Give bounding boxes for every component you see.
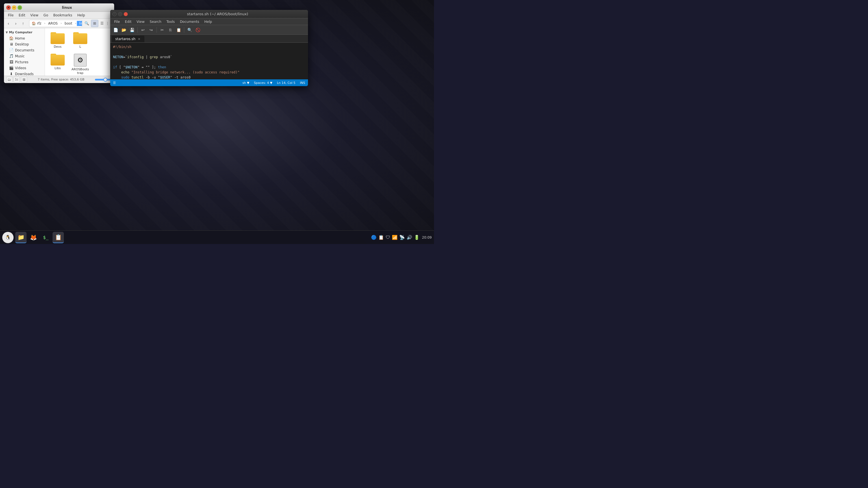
editor-copy-button[interactable]: ⎘: [167, 26, 174, 34]
fm-minimize-button[interactable]: −: [12, 5, 17, 10]
fm-path-aros[interactable]: AROS: [46, 21, 60, 26]
sidebar-item-desktop[interactable]: 🖥 Desktop: [4, 41, 44, 47]
editor-minimize-button[interactable]: −: [113, 12, 116, 16]
network-signal-icon[interactable]: 📶: [392, 235, 398, 240]
fm-menu-go[interactable]: Go: [41, 13, 51, 18]
editor-menu-view[interactable]: View: [134, 19, 147, 24]
editor-menu-documents[interactable]: Documents: [178, 19, 202, 24]
fm-menu-bookmarks[interactable]: Bookmarks: [51, 13, 74, 18]
editor-spaces-selector[interactable]: Spaces: 4 ▼: [254, 81, 272, 85]
editor-undo-button[interactable]: ↩: [139, 26, 147, 34]
file-item-arosbootstrap[interactable]: ⚙ AROSBootstrap: [70, 53, 90, 76]
editor-save-button[interactable]: 💾: [128, 26, 135, 34]
editor-menu-tools[interactable]: Tools: [164, 19, 177, 24]
editor-tab-startaros[interactable]: startaros.sh ✕: [112, 36, 144, 42]
fm-menu-file[interactable]: File: [6, 13, 16, 18]
fm-list-view-button[interactable]: ☰: [98, 20, 106, 27]
fm-back-button[interactable]: ‹: [5, 20, 12, 27]
folder-icon-devs: [51, 32, 65, 44]
sidebar-mycomputer-label: My Computer: [9, 31, 32, 34]
taskbar-right: 🔵 📋 🛡 📶 📡 🔊 🔋 20:09: [371, 235, 432, 240]
editor-paste-button[interactable]: 📋: [175, 26, 182, 34]
spaces-dropdown-icon: ▼: [270, 81, 272, 85]
filemanager-taskbar-icon: 📁: [18, 234, 25, 240]
start-menu-button[interactable]: 🐧: [2, 232, 13, 243]
editor-find-button[interactable]: 🔍: [186, 26, 193, 34]
fm-path-bar: 🏠 rfz › AROS › boot › linux ›: [29, 20, 83, 27]
editor-menu-edit[interactable]: Edit: [123, 19, 134, 24]
sidebar-item-videos[interactable]: 🎬 Videos: [4, 65, 44, 71]
fm-search-button[interactable]: 🔍: [84, 20, 89, 27]
taskbar-app-terminal[interactable]: $_: [40, 232, 52, 243]
file-manager-window: ✕ − □ linux File Edit View Go Bookmarks …: [4, 3, 114, 83]
folder-icon-l: [73, 32, 87, 44]
zoom-thumb[interactable]: [103, 78, 107, 82]
battery-icon[interactable]: 🔋: [414, 235, 420, 240]
code-line-2: [113, 50, 305, 55]
sidebar-item-documents[interactable]: 📄 Documents: [4, 47, 44, 53]
fm-maximize-button[interactable]: □: [18, 5, 22, 10]
fm-body: ▼ My Computer 🏠 Home 🖥 Desktop 📄 Documen…: [4, 28, 114, 76]
file-item-devs[interactable]: Devs: [48, 31, 67, 50]
sidebar-section-mycomputer[interactable]: ▼ My Computer: [4, 29, 44, 35]
wifi-icon[interactable]: 📡: [399, 235, 405, 240]
editor-toolbar: 📄 📂 💾 ↩ ↪ ✂ ⎘ 📋 🔍 🚫: [110, 25, 308, 35]
fm-icon-view-button[interactable]: ⊞: [91, 20, 98, 27]
path-separator-2: ›: [60, 22, 62, 25]
fm-menu-edit[interactable]: Edit: [17, 13, 27, 18]
status-folder-icon[interactable]: 🗂: [6, 76, 12, 83]
fm-menu-view[interactable]: View: [28, 13, 40, 18]
editor-menu-file[interactable]: File: [112, 19, 122, 24]
file-item-libs[interactable]: Libs: [48, 53, 67, 76]
editor-window: − □ startaros.sh (~/ AROS/boot/linux) Fi…: [110, 10, 308, 86]
clipboard-icon[interactable]: 📋: [378, 235, 384, 240]
editor-code-area[interactable]: #!/bin/sh NETON=`ifconfig | grep aros0` …: [110, 43, 308, 79]
editor-redo-button[interactable]: ↪: [148, 26, 155, 34]
editor-clear-button[interactable]: 🚫: [194, 26, 202, 34]
fm-sidebar: ▼ My Computer 🏠 Home 🖥 Desktop 📄 Documen…: [4, 28, 45, 76]
zoom-track[interactable]: [95, 79, 112, 80]
fm-view-buttons: ⊞ ☰ ⋮⋮: [91, 20, 113, 27]
fm-forward-button[interactable]: ›: [12, 20, 19, 27]
sidebar-item-music[interactable]: 🎵 Music: [4, 53, 44, 59]
editor-tab-close[interactable]: ✕: [137, 37, 141, 41]
security-icon[interactable]: 🛡: [386, 235, 390, 240]
editor-window-controls: − □: [113, 12, 128, 16]
editor-new-button[interactable]: 📄: [112, 26, 119, 34]
editor-statusbar-sidebar-icon[interactable]: ☰: [113, 81, 116, 85]
sidebar-item-pictures[interactable]: 🖼 Pictures: [4, 59, 44, 65]
fm-statusbar: 🗂 1c ⊞ 7 items, Free space: 453,6 GB: [4, 76, 114, 83]
editor-close-button[interactable]: [124, 12, 128, 16]
editor-language-selector[interactable]: sh ▼: [242, 81, 249, 85]
volume-icon[interactable]: 🔊: [407, 235, 412, 240]
sidebar-item-home[interactable]: 🏠 Home: [4, 35, 44, 41]
documents-sidebar-icon: 📄: [9, 48, 13, 52]
fm-menu-help[interactable]: Help: [75, 13, 87, 18]
taskbar-app-notes[interactable]: 📋: [53, 232, 64, 243]
file-item-l[interactable]: L: [70, 31, 90, 50]
editor-tb-sep-3: [184, 27, 184, 33]
editor-maximize-button[interactable]: □: [118, 12, 122, 16]
taskbar-app-filemanager[interactable]: 📁: [15, 232, 27, 243]
fm-close-button[interactable]: ✕: [6, 5, 11, 10]
fm-path-boot[interactable]: boot: [62, 21, 74, 26]
editor-menu-help[interactable]: Help: [202, 19, 214, 24]
editor-menu-search[interactable]: Search: [148, 19, 164, 24]
fm-path-linux[interactable]: linux: [77, 21, 82, 26]
status-1c-icon[interactable]: 1c: [13, 76, 20, 83]
taskbar-system-icons: 🔵 📋 🛡 📶 📡 🔊 🔋: [371, 235, 420, 240]
status-grid-icon[interactable]: ⊞: [21, 76, 27, 83]
editor-open-button[interactable]: 📂: [120, 26, 127, 34]
taskbar-app-browser[interactable]: 🦊: [28, 232, 39, 243]
downloads-sidebar-icon: ⬇: [9, 72, 13, 76]
fm-path-home[interactable]: 🏠 rfz: [29, 21, 43, 26]
code-line-5: if [ "$NETON" = "" ]; then: [113, 65, 305, 70]
fm-statusbar-icons: 🗂 1c ⊞: [6, 76, 27, 83]
taskbar-apps: 📁 🦊 $_ 📋: [15, 232, 64, 243]
file-name-l: L: [80, 45, 81, 48]
bluetooth-icon[interactable]: 🔵: [371, 235, 377, 240]
fm-up-button[interactable]: ↑: [20, 20, 27, 27]
editor-cut-button[interactable]: ✂: [158, 26, 166, 34]
sidebar-item-downloads[interactable]: ⬇ Downloads: [4, 71, 44, 76]
path-separator-1: ›: [43, 22, 46, 25]
